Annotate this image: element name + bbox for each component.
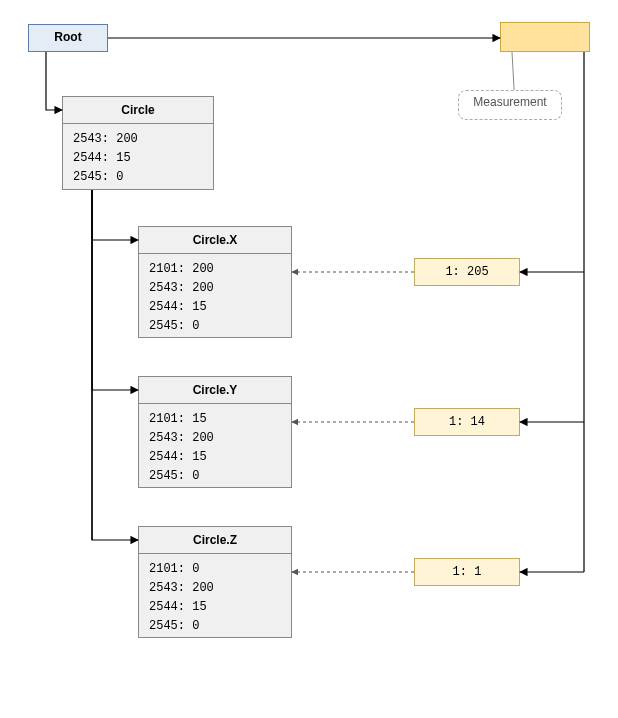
node-circle: Circle 2543: 2002544: 152545: 0	[62, 96, 214, 190]
node-row: 2101: 15	[149, 410, 281, 429]
node-row: 2545: 0	[73, 168, 203, 187]
node-title: Circle.Y	[139, 377, 291, 404]
value-text: 1: 205	[445, 265, 488, 279]
node-circle-body: 2543: 2002544: 152545: 0	[63, 124, 213, 193]
node-circle-z: Circle.Z2101: 02543: 2002544: 152545: 0	[138, 526, 292, 638]
node-row: 2543: 200	[149, 279, 281, 298]
node-row: 2544: 15	[149, 298, 281, 317]
node-title: Circle.Z	[139, 527, 291, 554]
node-body: 2101: 2002543: 2002544: 152545: 0	[139, 254, 291, 342]
node-circle-title: Circle	[63, 97, 213, 124]
node-title: Circle.X	[139, 227, 291, 254]
value-text: 1: 14	[449, 415, 485, 429]
value-box-1: 1: 14	[414, 408, 520, 436]
root-node: Root	[28, 24, 108, 52]
node-row: 2101: 0	[149, 560, 281, 579]
node-row: 2545: 0	[149, 617, 281, 636]
node-body: 2101: 152543: 2002544: 152545: 0	[139, 404, 291, 492]
node-row: 2101: 200	[149, 260, 281, 279]
value-box-2: 1: 1	[414, 558, 520, 586]
measurement-label: Measurement	[458, 90, 562, 120]
node-circle-y: Circle.Y2101: 152543: 2002544: 152545: 0	[138, 376, 292, 488]
node-row: 2543: 200	[149, 429, 281, 448]
node-row: 2543: 200	[149, 579, 281, 598]
root-label: Root	[54, 30, 81, 44]
node-row: 2544: 15	[149, 448, 281, 467]
value-box-0: 1: 205	[414, 258, 520, 286]
node-row: 2544: 15	[149, 598, 281, 617]
node-row: 2545: 0	[149, 467, 281, 486]
diagram-canvas: Root Measurement Circle 2543: 2002544: 1…	[0, 0, 618, 718]
node-row: 2544: 15	[73, 149, 203, 168]
measurement-header	[500, 22, 590, 52]
node-row: 2545: 0	[149, 317, 281, 336]
node-body: 2101: 02543: 2002544: 152545: 0	[139, 554, 291, 642]
node-circle-x: Circle.X2101: 2002543: 2002544: 152545: …	[138, 226, 292, 338]
measurement-text: Measurement	[473, 95, 546, 109]
value-text: 1: 1	[453, 565, 482, 579]
node-row: 2543: 200	[73, 130, 203, 149]
